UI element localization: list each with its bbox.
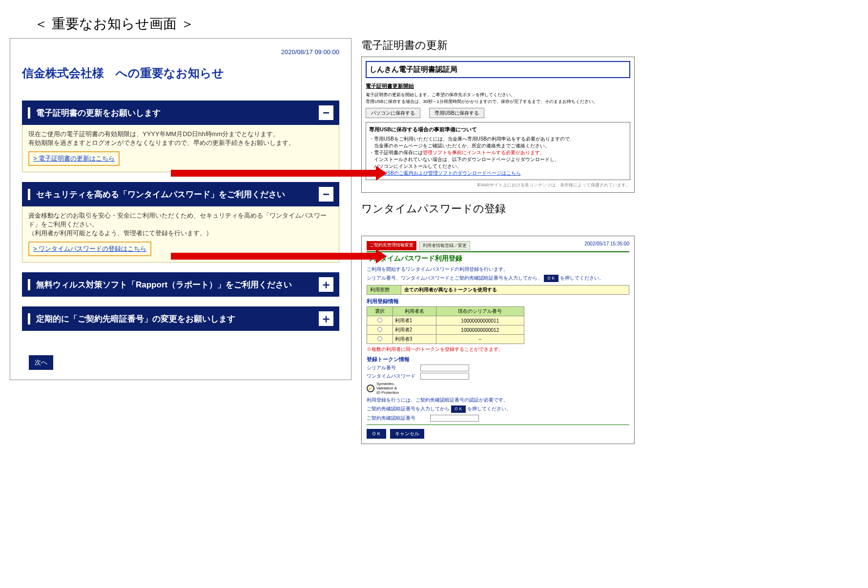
pin-label: ご契約先確認暗証番号 [367, 415, 430, 422]
save-pc-button[interactable]: パソコンに保存する [366, 108, 420, 118]
accordion-header-cert[interactable]: 電子証明書の更新をお願いします − [22, 101, 339, 125]
ok-button[interactable]: ＯＫ [367, 429, 386, 439]
serial-input[interactable] [420, 365, 469, 371]
token-info-label: 登録トークン情報 [367, 356, 629, 363]
accordion-title: 定期的に「ご契約先暗証番号」の変更をお願いします [28, 313, 319, 324]
table-row: 利用者2 10000000000012 [367, 325, 524, 335]
select-radio[interactable] [377, 327, 382, 332]
otp-register-link[interactable]: > ワンタイムパスワードの登録はこちら [33, 245, 146, 252]
accordion-pin: 定期的に「ご契約先暗証番号」の変更をお願いします ＋ [22, 306, 339, 331]
accordion-header-rapport[interactable]: 無料ウィルス対策ソフト「Rapport（ラポート）」をご利用ください ＋ [22, 272, 339, 297]
th-select: 選択 [367, 307, 393, 316]
cert-note: インストールされていない場合は、以下のダウンロードページよりダウンロードし、 [369, 156, 627, 163]
link-highlight: > 電子証明書の更新はこちら [28, 151, 120, 166]
otp-bottom-text: 利用登録を行うには、ご契約先確認暗証番号の認証が必要です。 [367, 397, 629, 404]
user-name: 利用者3 [393, 335, 436, 344]
th-username: 利用者名 [393, 307, 436, 316]
collapse-icon[interactable]: − [319, 105, 333, 120]
otp-panel: ご契約先管理情報変更 利用者情報登録／変更 2002/05/17 15:35:0… [361, 236, 635, 444]
user-name: 利用者1 [393, 316, 436, 325]
cert-panel: しんきん電子証明書認証局 電子証明書更新開始 電子証明書の更新を開始します。ご希… [361, 57, 635, 193]
usage-label: 利用形態 [367, 285, 401, 294]
cert-panel-title: しんきん電子証明書認証局 [366, 61, 630, 78]
otp-text: シリアル番号、ワンタイムパスワードとご契約先確認暗証番号を入力してから、 ＯＫ … [367, 275, 629, 282]
arrow-icon [171, 170, 376, 177]
accordion-otp: セキュリティを高める「ワンタイムパスワード」をご利用ください − 資金移動などの… [22, 182, 339, 263]
body-text: 資金移動などのお取引を安心・安全にご利用いただくため、セキュリティを高める「ワン… [28, 211, 333, 229]
page-title: ＜ 重要なお知らせ画面 ＞ [34, 15, 664, 33]
otp-timestamp: 2002/05/17 15:35:00 [584, 241, 629, 246]
collapse-icon[interactable]: − [319, 187, 333, 202]
otp-title: ワンタイムパスワード利用登録 [367, 251, 629, 263]
link-highlight: > ワンタイムパスワードの登録はこちら [28, 242, 151, 256]
next-button[interactable]: 次へ [29, 355, 53, 370]
notice-panel: 2020/08/17 09:00:00 信金株式会社様 への重要なお知らせ 電子… [10, 38, 351, 380]
usage-value: 全ての利用者が異なるトークンを使用する [401, 285, 629, 294]
accordion-cert: 電子証明書の更新をお願いします − 現在ご使用の電子証明書の有効期限は、YYYY… [22, 101, 339, 172]
serial-number: 10000000000011 [436, 316, 524, 325]
tab-user-info[interactable]: 利用者情報登録／変更 [419, 241, 470, 250]
serial-label: シリアル番号 [367, 365, 420, 371]
otp-note: ※複数の利用者に同一のトークンを登録することができます。 [367, 346, 629, 353]
user-name: 利用者2 [393, 325, 436, 335]
cert-download-link[interactable]: 専用USBのご案内および管理ソフトのダウンロードページはこちら [369, 170, 627, 177]
otp-heading: ワンタイムパスワードの登録 [361, 202, 635, 216]
cert-box-title: 専用USBに保存する場合の事前準備について [369, 125, 627, 134]
arrow-icon [171, 253, 376, 260]
accordion-title: 電子証明書の更新をお願いします [28, 107, 319, 119]
cancel-button[interactable]: キャンセル [390, 429, 424, 439]
timestamp: 2020/08/17 09:00:00 [22, 48, 339, 56]
pin-input[interactable] [430, 415, 479, 422]
reg-info-label: 利用登録情報 [367, 298, 629, 305]
body-text: 有効期限を過ぎますとログオンができなくなりますので、早めの更新手続きをお願いしま… [28, 139, 333, 147]
ok-inline-button: ＯＫ [544, 275, 558, 282]
expand-icon[interactable]: ＋ [319, 311, 333, 326]
tab-contract-info[interactable]: ご契約先管理情報変更 [367, 241, 416, 250]
table-row: 利用者1 10000000000011 [367, 316, 524, 325]
user-table: 選択 利用者名 現在のシリアル番号 利用者1 10000000000011 利用… [367, 306, 524, 344]
table-row: 利用者3 − [367, 335, 524, 344]
serial-number: − [436, 335, 524, 344]
check-icon: ✓ [367, 385, 374, 392]
otp-label: ワンタイムパスワード [367, 373, 420, 380]
serial-number: 10000000000012 [436, 325, 524, 335]
ok-inline-button: ＯＫ [451, 406, 466, 413]
otp-text: ご利用を開始するワンタイムパスワードの利用登録を行います。 [367, 266, 629, 273]
cert-note: ・専用USBをご利用いただくには、当金庫へ専用USBの利用申込をする必要がありま… [369, 136, 627, 142]
save-usb-button[interactable]: 専用USBに保存する [429, 108, 484, 118]
accordion-title: セキュリティを高める「ワンタイムパスワード」をご利用ください [28, 189, 319, 200]
accordion-rapport: 無料ウィルス対策ソフト「Rapport（ラポート）」をご利用ください ＋ [22, 272, 339, 297]
select-radio[interactable] [377, 336, 382, 341]
cert-note: パソコンにインストールしてください。 [369, 163, 627, 170]
accordion-body: 現在ご使用の電子証明書の有効期限は、YYYY年MM月DD日hh時mm分までとなり… [22, 125, 339, 172]
cert-info-box: 専用USBに保存する場合の事前準備について ・専用USBをご利用いただくには、当… [366, 122, 630, 180]
cert-text: 電子証明書の更新を開始します。ご希望の保存先ボタンを押してください。 専用USB… [366, 92, 630, 105]
accordion-header-otp[interactable]: セキュリティを高める「ワンタイムパスワード」をご利用ください − [22, 182, 339, 206]
otp-bottom-text: ご契約先確認暗証番号を入力してから ＯＫ を押してください。 [367, 406, 629, 413]
cert-note: 当金庫のホームページをご確認いただくか、所定の連絡先までご連絡ください。 [369, 142, 627, 149]
cert-subhead: 電子証明書更新開始 [366, 82, 630, 90]
otp-input[interactable] [420, 373, 469, 380]
body-text: 現在ご使用の電子証明書の有効期限は、YYYY年MM月DD日hh時mm分までとなり… [28, 130, 333, 139]
accordion-header-pin[interactable]: 定期的に「ご契約先暗証番号」の変更をお願いします ＋ [22, 306, 339, 331]
cert-footer: 本Webサイト上における各コンテンツは、著作権によって保護されています。 [366, 182, 630, 189]
accordion-title: 無料ウィルス対策ソフト「Rapport（ラポート）」をご利用ください [28, 279, 319, 290]
notice-title: 信金株式会社様 への重要なお知らせ [22, 65, 339, 81]
cert-update-link[interactable]: > 電子証明書の更新はこちら [33, 155, 115, 162]
cert-note: ・電子証明書の保存には管理ソフトを事前にインストールする必要があります。 [369, 149, 627, 156]
select-radio[interactable] [377, 318, 382, 323]
body-text: （利用者が利用可能となるよう、管理者にて登録を行います。） [28, 229, 333, 238]
symantec-badge: ✓ Symantec.Validation &ID Protection [367, 382, 629, 395]
th-serial: 現在のシリアル番号 [436, 307, 524, 316]
expand-icon[interactable]: ＋ [319, 277, 333, 292]
cert-heading: 電子証明書の更新 [361, 38, 635, 53]
usage-row: 利用形態 全ての利用者が異なるトークンを使用する [367, 285, 629, 295]
